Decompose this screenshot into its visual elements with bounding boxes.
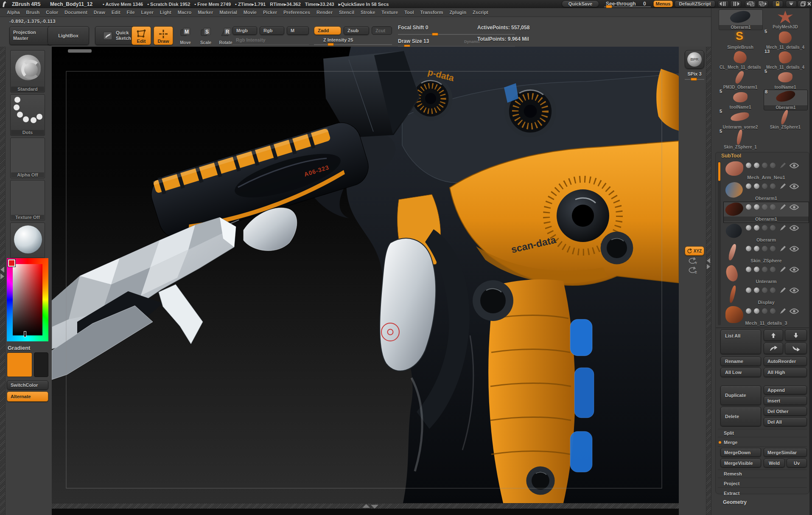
remesh-section[interactable]: Remesh bbox=[718, 470, 807, 478]
m-button[interactable]: M bbox=[287, 26, 309, 35]
subtool-up-button[interactable] bbox=[764, 329, 783, 341]
visibility-eye-icon[interactable] bbox=[790, 246, 799, 252]
polypaint2-icon[interactable] bbox=[754, 246, 759, 251]
menu-render[interactable]: Render bbox=[316, 10, 333, 15]
menu-draw[interactable]: Draw bbox=[94, 10, 105, 15]
tray-shift-right-icon[interactable] bbox=[757, 0, 768, 7]
projection-master-button[interactable]: Projection Master bbox=[9, 26, 53, 45]
subtool-down-button[interactable] bbox=[785, 329, 807, 341]
edit-mode-button[interactable]: Edit bbox=[132, 26, 151, 45]
see-through-slider-handle[interactable] bbox=[606, 5, 612, 8]
menu-file[interactable]: File bbox=[127, 10, 135, 15]
project-section[interactable]: Project bbox=[718, 479, 807, 488]
color-picker[interactable] bbox=[7, 258, 48, 341]
polypaint2-icon[interactable] bbox=[754, 163, 759, 168]
polypaint-icon[interactable] bbox=[746, 225, 751, 231]
menu-alpha[interactable]: Alpha bbox=[7, 10, 20, 15]
tool-item[interactable]: 5 Mech_11_details_4 bbox=[764, 30, 807, 50]
uvmap-icon[interactable] bbox=[762, 267, 767, 272]
tool-item[interactable]: 5 Unterarm_vorne2 bbox=[719, 110, 762, 129]
insert-button[interactable]: Insert bbox=[764, 396, 807, 405]
subtool-row[interactable]: Skin_ZSphere bbox=[724, 244, 809, 264]
alternate-button[interactable]: Alternate bbox=[7, 391, 48, 402]
mergevisible-button[interactable]: MergeVisible bbox=[720, 459, 761, 467]
right-tray-divider[interactable] bbox=[706, 47, 711, 515]
subtool-row[interactable]: Unterarm bbox=[724, 265, 809, 285]
tool-item[interactable]: 5 toolName1 bbox=[719, 90, 762, 110]
tray-shift-left-icon[interactable] bbox=[745, 0, 756, 7]
polypaint2-icon[interactable] bbox=[754, 204, 759, 210]
menu-edit[interactable]: Edit bbox=[112, 10, 120, 15]
menu-transform[interactable]: Transform bbox=[420, 10, 443, 15]
visibility-eye-icon[interactable] bbox=[790, 287, 799, 293]
menu-marker[interactable]: Marker bbox=[198, 10, 213, 15]
rotate-z-icon[interactable]: Z bbox=[688, 267, 697, 274]
polypaint-icon[interactable] bbox=[746, 267, 751, 272]
uv-button[interactable]: Uv bbox=[787, 459, 807, 467]
merge-section[interactable]: Merge bbox=[718, 438, 807, 447]
uvmap-icon[interactable] bbox=[762, 246, 767, 251]
scroll-down-icon[interactable] bbox=[371, 505, 378, 509]
z-intensity-slider-handle[interactable] bbox=[328, 43, 334, 46]
draw-mode-button[interactable]: Draw bbox=[154, 26, 173, 45]
spix-slider-label[interactable]: SPix 3 bbox=[685, 71, 704, 76]
gradient-label[interactable]: Gradient bbox=[8, 345, 30, 351]
tool-item[interactable]: CL_Mech_11_details bbox=[719, 50, 762, 70]
menu-layer[interactable]: Layer bbox=[141, 10, 154, 15]
displacement-icon[interactable] bbox=[770, 183, 776, 189]
tool-item[interactable]: 13 Mech_11_details_4 bbox=[764, 50, 807, 70]
xyz-button[interactable]: XYZ bbox=[685, 246, 704, 256]
polypaint-icon[interactable] bbox=[746, 287, 751, 293]
divider-collapse-left-icon[interactable] bbox=[718, 0, 729, 7]
visibility-eye-icon[interactable] bbox=[790, 308, 799, 314]
displacement-icon[interactable] bbox=[770, 267, 776, 272]
weld-button[interactable]: Weld bbox=[764, 459, 785, 467]
current-texture-thumbnail[interactable]: Texture Off bbox=[10, 180, 45, 221]
menu-stroke[interactable]: Stroke bbox=[361, 10, 375, 15]
menu-macro[interactable]: Macro bbox=[178, 10, 191, 15]
polypaint2-icon[interactable] bbox=[754, 225, 759, 231]
tool-item[interactable]: PM3D_Oberarm1 bbox=[719, 70, 762, 90]
menu-texture[interactable]: Texture bbox=[381, 10, 398, 15]
polypaint2-icon[interactable] bbox=[754, 287, 759, 293]
zadd-button[interactable]: Zadd bbox=[314, 26, 341, 35]
divider-collapse-right-icon[interactable] bbox=[730, 0, 741, 7]
hue-cursor[interactable] bbox=[8, 259, 15, 267]
menu-zplugin[interactable]: Zplugin bbox=[449, 10, 466, 15]
tool-item[interactable]: S SimpleBrush bbox=[719, 30, 762, 50]
current-material-thumbnail[interactable]: SkinShade4 bbox=[10, 222, 45, 263]
menu-brush[interactable]: Brush bbox=[26, 10, 40, 15]
scale-mode-button[interactable]: S Scale bbox=[197, 27, 215, 45]
split-section[interactable]: Split bbox=[718, 429, 807, 437]
left-tray-scrollbar[interactable] bbox=[0, 47, 6, 515]
polypaint-icon[interactable] bbox=[746, 163, 751, 168]
delete-button[interactable]: Delete bbox=[720, 407, 761, 426]
default-zscript-button[interactable]: DefaultZScript bbox=[675, 0, 715, 7]
displacement-icon[interactable] bbox=[770, 204, 776, 210]
tool-item[interactable]: PolyMesh3D bbox=[764, 9, 807, 29]
visibility-eye-icon[interactable] bbox=[790, 204, 799, 210]
tool-item[interactable]: 5 toolName1 bbox=[764, 70, 807, 90]
spix-slider-handle[interactable] bbox=[691, 78, 697, 81]
del-other-button[interactable]: Del Other bbox=[764, 407, 807, 416]
rename-button[interactable]: Rename bbox=[720, 357, 761, 366]
visibility-eye-icon[interactable] bbox=[790, 225, 799, 231]
focal-shift-slider[interactable] bbox=[398, 34, 515, 35]
menu-document[interactable]: Document bbox=[64, 10, 87, 15]
paint-brush-icon[interactable] bbox=[780, 183, 786, 189]
paint-brush-icon[interactable] bbox=[780, 287, 786, 293]
mergesimilar-button[interactable]: MergeSimilar bbox=[764, 448, 807, 457]
menus-button[interactable]: Menus bbox=[653, 0, 673, 7]
polypaint2-icon[interactable] bbox=[754, 308, 759, 314]
current-stroke-thumbnail[interactable]: Dots bbox=[10, 94, 45, 136]
visibility-eye-icon[interactable] bbox=[790, 267, 799, 273]
tool-item[interactable]: 5 Skin_ZSphere_1 bbox=[719, 129, 762, 149]
lock-icon[interactable] bbox=[772, 0, 783, 7]
rgb-button[interactable]: Rgb bbox=[260, 26, 284, 35]
all-low-button[interactable]: All Low bbox=[720, 368, 761, 377]
sv-cursor[interactable] bbox=[24, 331, 26, 337]
paint-brush-icon[interactable] bbox=[780, 225, 786, 231]
polypaint-icon[interactable] bbox=[746, 204, 751, 210]
displacement-icon[interactable] bbox=[770, 308, 776, 314]
subtool-row[interactable]: Mech_Arm_Neu1 bbox=[724, 160, 809, 181]
